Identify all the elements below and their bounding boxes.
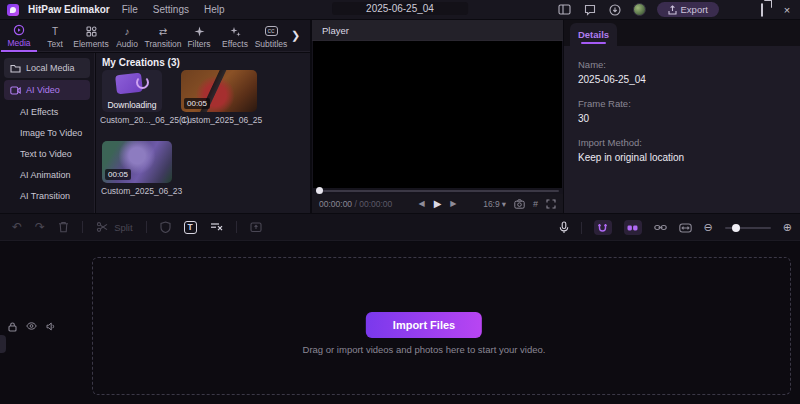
zoom-out-button[interactable]: ⊖ xyxy=(704,221,713,234)
magnet-icon xyxy=(597,223,608,232)
split-button[interactable] xyxy=(96,221,108,233)
sidebar-item-local-media[interactable]: Local Media xyxy=(4,58,90,78)
sidebar-item-ai-animation[interactable]: AI Animation xyxy=(4,165,90,185)
titlebar: HitPaw Edimakor File Settings Help 2025-… xyxy=(0,0,800,19)
media-item-downloading[interactable]: Downloading xyxy=(102,70,162,112)
sidebar-item-my-creations[interactable]: My Creations xyxy=(4,209,90,213)
chevron-right-icon[interactable]: ❯ xyxy=(291,29,300,42)
user-avatar[interactable] xyxy=(633,3,646,16)
export-button-label: Export xyxy=(681,4,708,15)
feedback-comment-icon[interactable] xyxy=(583,3,597,17)
fullscreen-icon[interactable] xyxy=(546,199,556,209)
layout-panels-icon[interactable] xyxy=(558,3,572,17)
sidebar-item-ai-effects[interactable]: AI Effects xyxy=(4,102,90,122)
tab-transition[interactable]: ⇄ Transition xyxy=(145,20,181,52)
sidebar-item-text-to-video[interactable]: Text to Video xyxy=(4,144,90,164)
media-item-label: Custom_2025_06_23 xyxy=(101,186,182,196)
export-button[interactable]: Export xyxy=(657,2,719,17)
caret-down-icon: ▾ xyxy=(502,199,506,209)
watermark-shield-button[interactable] xyxy=(160,221,171,233)
lines-x-icon xyxy=(210,221,223,233)
menu-file[interactable]: File xyxy=(119,4,141,15)
tab-effects[interactable]: Effects xyxy=(217,20,253,52)
slider-knob[interactable] xyxy=(732,224,740,232)
snapshot-camera-icon[interactable] xyxy=(514,199,525,209)
close-button[interactable]: × xyxy=(780,4,794,16)
seek-knob[interactable] xyxy=(316,187,323,194)
scissors-icon xyxy=(96,221,108,233)
sidebar-item-ai-transition[interactable]: AI Transition xyxy=(4,186,90,206)
redo-button[interactable]: ↷ xyxy=(35,221,45,233)
detail-field-import-method: Import Method: Keep in original location xyxy=(578,137,786,163)
media-item-label: Custom_2025_06_25 xyxy=(181,115,262,125)
timeline-zoom-slider[interactable] xyxy=(725,223,771,233)
fit-width-icon xyxy=(679,223,692,233)
voiceover-mic-button[interactable] xyxy=(559,221,569,234)
duration-badge: 00:05 xyxy=(105,169,131,180)
tab-filters[interactable]: Filters xyxy=(181,20,217,52)
media-item-thumbnail[interactable]: 00:05 xyxy=(181,70,257,112)
media-item-thumbnail[interactable]: 00:05 xyxy=(102,141,172,183)
menu-help[interactable]: Help xyxy=(201,4,228,15)
transition-icon: ⇄ xyxy=(159,25,167,38)
save-to-library-button[interactable] xyxy=(250,221,262,233)
remove-subtitles-button[interactable] xyxy=(210,221,223,233)
toolbar-divider xyxy=(146,221,147,233)
tab-text[interactable]: T Text xyxy=(37,20,73,52)
export-up-icon xyxy=(668,5,677,15)
player-controls: 00:00:00 / 00:00:00 ◀ ▶ ▶ 16:9 ▾ # xyxy=(312,194,563,213)
tab-elements[interactable]: Elements xyxy=(73,20,109,52)
next-frame-button[interactable]: ▶ xyxy=(450,199,456,208)
split-label: Split xyxy=(114,222,132,233)
download-icon[interactable] xyxy=(608,3,622,17)
drop-hint-text: Drag or import videos and photos here to… xyxy=(303,344,546,355)
tab-details[interactable]: Details xyxy=(570,23,617,46)
toolbar-divider xyxy=(236,221,237,233)
track-controls xyxy=(8,322,56,332)
elements-icon xyxy=(86,25,97,38)
sidebar-item-image-to-video[interactable]: Image To Video xyxy=(4,123,90,143)
effects-icon xyxy=(230,25,241,38)
app-logo-icon xyxy=(7,4,19,16)
track-visibility-eye-icon[interactable] xyxy=(26,322,37,332)
boxed-text-icon: T xyxy=(184,221,197,234)
tab-media[interactable]: Media xyxy=(1,20,37,52)
app-window: HitPaw Edimakor File Settings Help 2025-… xyxy=(0,0,800,404)
add-text-button[interactable]: T xyxy=(184,221,197,234)
subtitles-icon: cc xyxy=(265,25,278,38)
project-title: 2025-06-25_04 xyxy=(332,2,468,15)
timeline-area[interactable]: Import Files Drag or import videos and p… xyxy=(0,242,800,404)
track-mute-speaker-icon[interactable] xyxy=(46,322,56,332)
auto-ripple-toggle[interactable] xyxy=(624,220,642,235)
zoom-in-button[interactable]: ⊕ xyxy=(783,221,792,234)
tab-audio[interactable]: ♪ Audio xyxy=(109,20,145,52)
downloading-spinner-icon xyxy=(136,76,149,89)
details-panel: Details Name: 2025-06-25_04 Frame Rate: … xyxy=(564,20,800,213)
timeline-toolbar: ↶ ↷ Split T xyxy=(0,214,800,241)
media-sidebar: Local Media AI Video AI Effects Image To… xyxy=(0,53,95,213)
menu-settings[interactable]: Settings xyxy=(150,4,192,15)
import-files-button[interactable]: Import Files xyxy=(366,312,482,338)
aspect-ratio-dropdown[interactable]: 16:9 ▾ xyxy=(483,199,506,209)
download-status: Downloading xyxy=(107,100,156,112)
tab-subtitles[interactable]: cc Subtitles xyxy=(253,20,289,52)
app-name: HitPaw Edimakor xyxy=(28,4,110,15)
grid-overlay-icon[interactable]: # xyxy=(533,199,538,209)
seek-bar[interactable] xyxy=(316,187,559,194)
restore-button[interactable] xyxy=(755,4,769,16)
previous-frame-button[interactable]: ◀ xyxy=(418,199,424,208)
undo-button[interactable]: ↶ xyxy=(12,221,22,233)
sidebar-item-ai-video[interactable]: AI Video xyxy=(4,80,90,100)
panel-collapse-handle[interactable] xyxy=(0,335,6,353)
link-clips-button[interactable] xyxy=(654,223,667,232)
fit-timeline-button[interactable] xyxy=(679,223,692,233)
toolbar-divider xyxy=(581,222,582,234)
magnet-snap-toggle[interactable] xyxy=(594,220,612,235)
play-button[interactable]: ▶ xyxy=(434,198,442,209)
track-lock-icon[interactable] xyxy=(8,322,17,332)
video-viewport[interactable] xyxy=(313,41,562,188)
details-body: Name: 2025-06-25_04 Frame Rate: 30 Impor… xyxy=(564,46,800,213)
duration-badge: 00:05 xyxy=(184,98,210,109)
delete-button[interactable] xyxy=(58,221,69,233)
media-tabbar: Media T Text Elements ♪ Audio ⇄ Transiti… xyxy=(0,20,310,52)
